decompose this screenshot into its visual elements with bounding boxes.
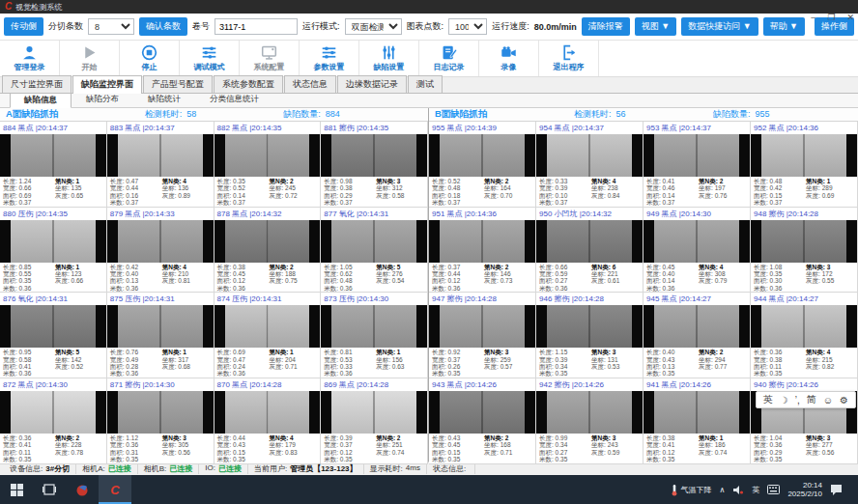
defect-image[interactable]	[107, 134, 214, 177]
defect-image[interactable]	[536, 305, 643, 348]
ribbon-button-monitor[interactable]: 系统配置	[240, 41, 300, 76]
ribbon-button-stop[interactable]: 停止	[120, 41, 180, 76]
maximize-icon[interactable]: ❐	[827, 13, 835, 22]
defect-image[interactable]	[429, 220, 535, 263]
defect-cell[interactable]: 950 小凹坑 |20:14:32长度: 0.66宽度: 0.59面积: 0.2…	[536, 208, 644, 294]
task-view-button[interactable]	[33, 475, 66, 504]
defect-cell[interactable]: 947 擦伤 |20:14:28长度: 0.92宽度: 0.37面积: 0.26…	[429, 293, 536, 378]
ribbon-button-exit[interactable]: 退出程序	[539, 41, 599, 76]
ribbon-button-play[interactable]: 开始	[60, 41, 120, 76]
defect-cell[interactable]: 877 氧化 |20:14:31长度: 1.05宽度: 0.62面积: 0.48…	[321, 208, 428, 294]
help-menu-button[interactable]: 帮助 ▼	[763, 17, 805, 36]
defect-image[interactable]	[751, 134, 857, 177]
defect-cell[interactable]: 874 压伤 |20:14:31长度: 0.69宽度: 0.47面积: 0.24…	[214, 293, 322, 378]
defect-image[interactable]	[644, 220, 750, 263]
defect-cell[interactable]: 942 擦伤 |20:14:26长度: 0.99宽度: 0.34面积: 0.27…	[536, 378, 644, 464]
ribbon-button-camera[interactable]: 录像	[479, 41, 539, 76]
data-quick-access-button[interactable]: 数据快捷访问 ▼	[681, 17, 758, 36]
defect-image[interactable]	[321, 305, 427, 348]
defect-image[interactable]	[214, 134, 321, 177]
defect-image[interactable]	[321, 391, 427, 434]
ribbon-button-debug-sliders[interactable]: 调试模式	[180, 41, 240, 76]
defect-image[interactable]	[107, 305, 214, 348]
defect-cell[interactable]: 952 黑点 |20:14:36长度: 0.48宽度: 0.42面积: 0.15…	[751, 122, 858, 208]
tray-chevron-icon[interactable]: ∧	[720, 486, 726, 494]
taskbar-app-inspection[interactable]: C	[99, 475, 131, 504]
sub-tab-3[interactable]: 分类信息统计	[195, 92, 273, 107]
defect-cell[interactable]: 876 氧化 |20:14:31长度: 0.95宽度: 0.58面积: 0.41…	[0, 293, 107, 378]
defect-cell[interactable]: 884 黑点 |20:14:37长度: 1.24宽度: 0.66面积: 0.69…	[0, 122, 107, 208]
main-tab-3[interactable]: 系统参数配置	[214, 75, 283, 93]
defect-image[interactable]	[536, 391, 643, 434]
defect-image[interactable]	[321, 220, 427, 263]
main-tab-2[interactable]: 产品型号配置	[143, 75, 213, 93]
sub-tab-1[interactable]: 缺陷分布	[72, 92, 133, 107]
defect-image[interactable]	[429, 305, 535, 348]
defect-cell[interactable]: 945 黑点 |20:14:27长度: 0.40宽度: 0.43面积: 0.13…	[644, 293, 751, 378]
defect-cell[interactable]: 953 黑点 |20:14:37长度: 0.41宽度: 0.46面积: 0.14…	[644, 122, 751, 208]
defect-cell[interactable]: 946 擦伤 |20:14:28长度: 1.15宽度: 0.39面积: 0.34…	[536, 293, 644, 378]
defect-cell[interactable]: 944 黑点 |20:14:27长度: 0.36宽度: 0.38面积: 0.11…	[751, 293, 858, 378]
view-menu-button[interactable]: 视图 ▼	[635, 17, 676, 36]
start-button[interactable]	[0, 475, 33, 504]
ime-item-3[interactable]: 简	[807, 393, 816, 406]
defect-cell[interactable]: 954 黑点 |20:14:37长度: 0.33宽度: 0.39面积: 0.10…	[536, 122, 644, 208]
defect-image[interactable]	[0, 305, 106, 348]
defect-cell[interactable]: 881 擦伤 |20:14:35长度: 0.98宽度: 0.38面积: 0.29…	[321, 122, 428, 208]
defect-cell[interactable]: 873 压伤 |20:14:30长度: 0.81宽度: 0.53面积: 0.33…	[321, 293, 428, 378]
defect-image[interactable]	[429, 391, 535, 434]
defect-cell[interactable]: 878 黑点 |20:14:32长度: 0.38宽度: 0.45面积: 0.12…	[214, 208, 322, 294]
main-tab-5[interactable]: 边缘数据记录	[337, 75, 407, 93]
slit-count-select[interactable]: 8	[88, 18, 134, 35]
defect-cell[interactable]: 880 压伤 |20:14:35长度: 0.85宽度: 0.55面积: 0.35…	[0, 208, 107, 294]
defect-image[interactable]	[644, 134, 750, 177]
main-tab-0[interactable]: 尺寸监控界面	[2, 75, 72, 93]
confirm-count-button[interactable]: 确认条数	[139, 17, 187, 36]
defect-cell[interactable]: 883 黑点 |20:14:37长度: 0.47宽度: 0.44面积: 0.16…	[107, 122, 214, 208]
defect-cell[interactable]: 875 压伤 |20:14:31长度: 0.76宽度: 0.49面积: 0.28…	[107, 293, 214, 378]
defect-image[interactable]	[644, 391, 750, 434]
ime-item-4[interactable]: ☺	[823, 395, 833, 406]
defect-cell[interactable]: 949 黑点 |20:14:30长度: 0.45宽度: 0.40面积: 0.14…	[644, 208, 751, 294]
close-icon[interactable]: ✕	[846, 13, 854, 22]
chart-points-select[interactable]: 100	[448, 18, 487, 35]
main-tab-1[interactable]: 缺陷监控界面	[72, 75, 142, 94]
defect-cell[interactable]: 951 黑点 |20:14:36长度: 0.37宽度: 0.44面积: 0.12…	[429, 208, 536, 294]
defect-cell[interactable]: 882 黑点 |20:14:35长度: 0.35宽度: 0.52面积: 0.14…	[214, 122, 322, 208]
clear-alarm-button[interactable]: 清除报警	[582, 17, 630, 36]
defect-cell[interactable]: 955 黑点 |20:14:39长度: 0.52宽度: 0.48面积: 0.18…	[429, 122, 536, 208]
ribbon-button-user[interactable]: 管理登录	[0, 41, 60, 76]
sub-tab-2[interactable]: 缺陷统计	[133, 92, 195, 107]
defect-cell[interactable]: 871 擦伤 |20:14:30长度: 1.12宽度: 0.36面积: 0.31…	[107, 378, 214, 464]
defect-cell[interactable]: 869 黑点 |20:14:28长度: 0.39宽度: 0.37面积: 0.12…	[321, 378, 428, 464]
defect-image[interactable]	[0, 391, 106, 434]
defect-image[interactable]	[107, 391, 214, 434]
main-tab-6[interactable]: 测试	[408, 75, 443, 93]
defect-image[interactable]	[751, 220, 857, 263]
main-tab-4[interactable]: 状态信息	[284, 75, 336, 93]
keyboard-icon[interactable]	[767, 485, 780, 494]
ribbon-button-params-sliders[interactable]: 参数设置	[300, 41, 359, 76]
defect-image[interactable]	[751, 305, 857, 348]
defect-image[interactable]	[536, 134, 643, 177]
sub-tab-0[interactable]: 缺陷信息	[10, 93, 72, 108]
ime-item-5[interactable]: ⚙	[840, 395, 848, 406]
minimize-icon[interactable]: –	[811, 13, 815, 22]
defect-image[interactable]	[0, 220, 106, 263]
taskbar-clock[interactable]: 20:14 2025/2/10	[787, 481, 822, 498]
defect-cell[interactable]: 941 黑点 |20:14:26长度: 0.38宽度: 0.41面积: 0.12…	[644, 378, 751, 464]
defect-image[interactable]	[644, 305, 750, 348]
weather-widget[interactable]: 气温下降	[671, 484, 712, 496]
defect-image[interactable]	[0, 134, 106, 177]
ribbon-button-log[interactable]: 日志记录	[419, 41, 479, 76]
defect-cell[interactable]: 879 黑点 |20:14:33长度: 0.42宽度: 0.40面积: 0.13…	[107, 208, 214, 294]
drive-side-button[interactable]: 传动侧	[4, 17, 43, 36]
defect-image[interactable]	[536, 220, 643, 263]
taskbar-app-paint[interactable]	[66, 475, 99, 504]
roll-number-input[interactable]	[214, 18, 298, 35]
defect-image[interactable]	[214, 391, 321, 434]
defect-image[interactable]	[429, 134, 535, 177]
ime-item-2[interactable]: ’,	[795, 395, 800, 406]
ribbon-button-defect-sliders[interactable]: 缺陷设置	[359, 41, 419, 76]
defect-cell[interactable]: 870 黑点 |20:14:28长度: 0.44宽度: 0.43面积: 0.15…	[214, 378, 322, 464]
